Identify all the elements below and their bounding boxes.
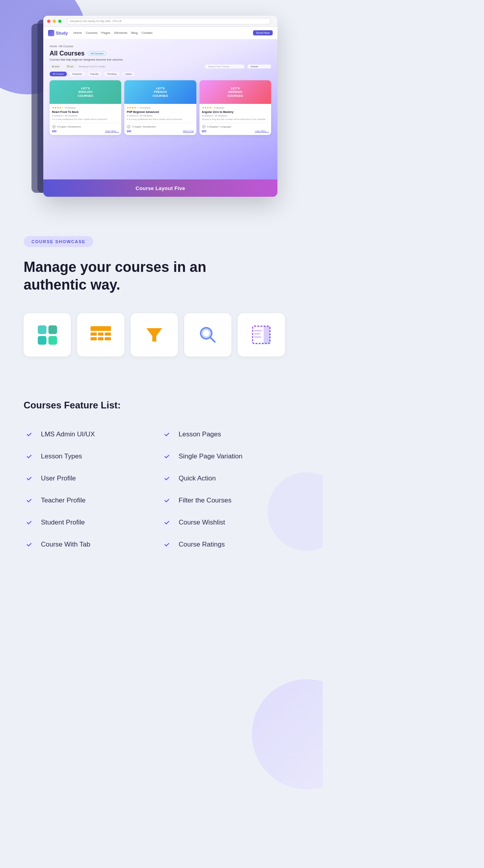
card-footer-1: Tj Angela • Development xyxy=(52,123,119,129)
card-learn-1[interactable]: Learn More → xyxy=(105,130,119,132)
tab-featured[interactable]: Featured xyxy=(69,72,85,76)
card-footer-3: Tj Slaughter • Languages xyxy=(202,123,269,129)
browser-mockup-wrapper: interplace.Get Handy for Big Sale -70% o… xyxy=(43,16,279,205)
check-filter-courses xyxy=(161,495,172,506)
card-avatar-3 xyxy=(202,125,206,129)
feature-item-lesson-types: Lesson Types xyxy=(24,445,161,467)
card-author-2: Tj Angela • Development xyxy=(127,125,155,129)
feature-item-filter-courses: Filter the Courses xyxy=(161,489,299,512)
course-cards-grid: LET'SENGLISHCOURSES ★★★★☆ 70 Reviews Rea… xyxy=(50,80,271,135)
showcase-badge: COURSE SHOWCASE xyxy=(24,236,93,247)
check-lms-admin xyxy=(24,429,35,440)
feature-item-lesson-pages: Lesson Pages xyxy=(161,423,299,445)
results-count: Showing 1-9 of 17 results xyxy=(79,65,105,68)
list-view-btn[interactable]: ☰ List xyxy=(65,64,76,68)
card-learn-3[interactable]: Learn More → xyxy=(255,130,269,132)
course-tabs: All Course Featured Popular Trending Lat… xyxy=(50,72,271,76)
features-left-col: LMS Admin UI/UX Lesson Types User Profil… xyxy=(24,423,161,556)
feature-label-teacher-profile: Teacher Profile xyxy=(41,497,85,504)
feature-item-quick-action: Quick Action xyxy=(161,467,299,489)
feature-item-user-profile: User Profile xyxy=(24,467,161,489)
showcase-section: COURSE SHOWCASE Manage your courses in a… xyxy=(0,228,323,400)
logo-icon xyxy=(48,30,54,36)
browser-dot-red xyxy=(47,20,50,23)
table-icon-card[interactable] xyxy=(77,313,124,356)
feature-item-student-profile: Student Profile xyxy=(24,512,161,534)
check-lesson-types xyxy=(24,451,35,462)
enroll-button[interactable]: Enroll Now xyxy=(253,30,273,35)
tab-trending[interactable]: Trending xyxy=(104,72,119,76)
browser-footer-label: Course Layout Five xyxy=(135,185,185,191)
course-card-3: LET'SGERMANCOURSES ★★★★☆ 9 Reviews Angul… xyxy=(200,80,271,135)
card-add-cart-2[interactable]: Add to Cart xyxy=(183,130,194,132)
feature-label-course-wishlist: Course Wishlist xyxy=(179,519,225,526)
card-price-2: $60 xyxy=(127,130,131,133)
feature-label-lesson-pages: Lesson Pages xyxy=(179,430,221,438)
card-stars-3: ★★★★☆ 9 Reviews xyxy=(202,106,269,109)
page-badge: All Courses xyxy=(88,51,106,56)
hero-section: interplace.Get Handy for Big Sale -70% o… xyxy=(0,0,323,228)
filter-icon-card[interactable] xyxy=(131,313,178,356)
svg-rect-12 xyxy=(264,326,270,344)
browser-topbar: interplace.Get Handy for Big Sale -70% o… xyxy=(43,16,277,27)
funnel-icon xyxy=(144,325,164,345)
course-card-image-1: LET'SENGLISHCOURSES xyxy=(50,80,121,104)
svg-rect-2 xyxy=(98,332,103,336)
feature-item-course-ratings: Course Ratings xyxy=(161,534,299,556)
browser-dot-green xyxy=(58,20,61,23)
check-quick-action xyxy=(161,473,172,484)
icon-cards-row xyxy=(24,313,299,356)
breadcrumb: Home › All Courses xyxy=(50,45,271,48)
check-student-profile xyxy=(24,517,35,528)
features-grid: LMS Admin UI/UX Lesson Types User Profil… xyxy=(24,423,299,556)
svg-rect-14 xyxy=(254,333,260,334)
grid-view-btn[interactable]: ⊞ Grid xyxy=(50,64,61,68)
feature-label-course-with-tab: Course With Tab xyxy=(41,541,90,549)
card-desc-2: It is a long established fact that a rea… xyxy=(127,118,194,121)
browser-footer: Course Layout Five xyxy=(43,179,277,197)
search-icon xyxy=(198,325,218,345)
card-meta-3: 5 Lessons • 30 Students xyxy=(202,115,269,117)
feature-item-course-wishlist: Course Wishlist xyxy=(161,512,299,534)
tab-latest[interactable]: Latest xyxy=(122,72,135,76)
svg-rect-4 xyxy=(91,337,97,340)
card-author-1: Tj Angela • Development xyxy=(52,125,81,129)
table-icon xyxy=(91,326,111,344)
check-single-page xyxy=(161,451,172,462)
card-title-2: PHP Beginner Advanced xyxy=(127,110,194,114)
showcase-heading: Manage your courses in an authentic way. xyxy=(24,258,212,294)
svg-rect-15 xyxy=(254,336,261,338)
search-bar[interactable]: Search Your Course... xyxy=(205,65,244,68)
course-card-body-2: ★★★★☆ 70 Reviews PHP Beginner Advanced 5… xyxy=(124,104,196,135)
tab-popular[interactable]: Popular xyxy=(87,72,102,76)
browser-nav-items: Home Courses Pages Elements Blog Contact xyxy=(74,31,153,35)
feature-label-lms-admin: LMS Admin UI/UX xyxy=(41,430,95,438)
check-course-with-tab xyxy=(24,539,35,550)
browser-main: interplace.Get Handy for Big Sale -70% o… xyxy=(43,16,277,197)
card-avatar-2 xyxy=(127,125,131,129)
grid-icon-card[interactable] xyxy=(24,313,71,356)
check-course-ratings xyxy=(161,539,172,550)
svg-point-9 xyxy=(202,329,210,337)
feature-label-single-page: Single Page Variation xyxy=(179,452,242,460)
check-teacher-profile xyxy=(24,495,35,506)
search-icon-card[interactable] xyxy=(184,313,231,356)
feature-item-teacher-profile: Teacher Profile xyxy=(24,489,161,512)
svg-rect-1 xyxy=(91,332,97,336)
feature-item-single-page: Single Page Variation xyxy=(161,445,299,467)
course-card-body-3: ★★★★☆ 9 Reviews Angular Zero to Mastery … xyxy=(200,104,271,135)
page-subtitle: Courses that help beginner designers bec… xyxy=(50,58,271,61)
grid-icon xyxy=(38,325,57,345)
feature-label-student-profile: Student Profile xyxy=(41,519,85,526)
card-price-3: $80 xyxy=(202,130,207,133)
course-card-image-2: LET'SFRENCHCOURSES xyxy=(124,80,196,104)
feature-item-course-with-tab: Course With Tab xyxy=(24,534,161,556)
sort-dropdown[interactable]: Default xyxy=(248,65,271,68)
card-avatar-1 xyxy=(52,125,56,129)
tab-all-course[interactable]: All Course xyxy=(50,72,67,76)
browser-logo: Study xyxy=(48,30,68,36)
card-meta-1: 5 Lessons • 30 Students xyxy=(52,115,119,117)
browser-url: interplace.Get Handy for Big Sale -70% o… xyxy=(67,18,270,24)
svg-marker-7 xyxy=(146,328,162,342)
sidebar-icon-card[interactable] xyxy=(238,313,285,356)
